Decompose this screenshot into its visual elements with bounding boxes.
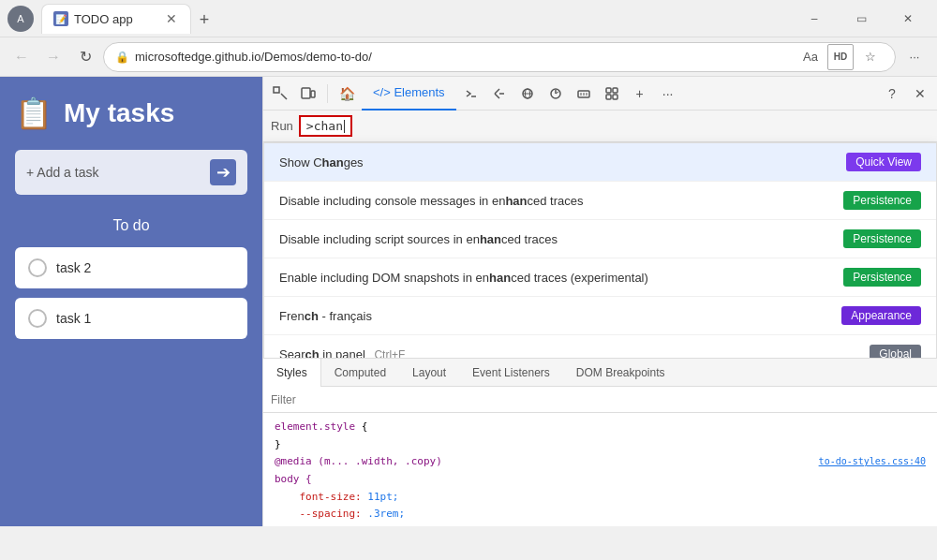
device-emulation-button[interactable] xyxy=(295,81,321,107)
new-tab-button[interactable]: + xyxy=(191,7,217,34)
svg-line-6 xyxy=(495,94,499,98)
todo-item-task1[interactable]: task 1 xyxy=(15,298,247,339)
devtools-toolbar: 🏠 </> Elements + ··· ? xyxy=(263,77,937,111)
browser-tab[interactable]: 📝 TODO app ✕ xyxy=(41,4,191,34)
favorite-icon[interactable]: ☆ xyxy=(857,44,884,70)
close-button[interactable]: ✕ xyxy=(886,4,930,34)
command-item-4[interactable]: French - françaisAppearance xyxy=(264,297,936,335)
todo-checkbox-task2[interactable] xyxy=(28,258,47,277)
browser-actions: ··· xyxy=(900,42,930,72)
search-input-text: >chan xyxy=(306,119,343,133)
run-label: Run xyxy=(271,119,293,133)
styles-closing-brace: } xyxy=(275,436,926,454)
address-bar: ← → ↻ 🔒 microsoftedge.github.io/Demos/de… xyxy=(0,37,937,77)
svg-line-5 xyxy=(495,89,499,94)
app-button[interactable] xyxy=(599,81,625,107)
command-badge-1: Persistence xyxy=(843,191,921,210)
svg-rect-2 xyxy=(302,88,310,98)
styles-content: element.style { } @media (m... .width, .… xyxy=(263,413,937,526)
devtools-panel: 🏠 </> Elements + ··· ? xyxy=(262,77,937,526)
command-badge-4: Appearance xyxy=(841,306,921,325)
devtools-search-bar: Run >chan xyxy=(263,111,937,142)
toolbar-separator-1 xyxy=(327,84,328,103)
main-area: 📋 My tasks + Add a task ➔ To do task 2 t… xyxy=(0,77,937,526)
svg-rect-0 xyxy=(274,87,279,93)
performance-button[interactable] xyxy=(543,81,569,107)
network-button[interactable] xyxy=(514,81,541,107)
todo-item-task2[interactable]: task 2 xyxy=(15,247,247,288)
inspect-element-button[interactable] xyxy=(267,81,293,107)
address-text: microsoftedge.github.io/Demos/demo-to-do… xyxy=(135,50,792,64)
add-panel-button[interactable]: + xyxy=(627,81,653,107)
minimize-button[interactable]: – xyxy=(793,4,836,34)
todo-app-panel: 📋 My tasks + Add a task ➔ To do task 2 t… xyxy=(0,77,262,526)
todo-item-label-task2: task 2 xyxy=(56,260,91,275)
console-button[interactable] xyxy=(458,81,484,107)
command-item-3[interactable]: Enable including DOM snapshots in enhanc… xyxy=(264,258,936,297)
tab-favicon: 📝 xyxy=(53,11,68,26)
memory-button[interactable] xyxy=(571,81,597,107)
todo-item-label-task1: task 1 xyxy=(56,311,91,326)
forward-button: → xyxy=(39,43,67,71)
styles-panel: Styles Computed Layout Event Listeners D… xyxy=(263,358,937,526)
add-task-text: + Add a task xyxy=(26,165,202,180)
svg-rect-17 xyxy=(613,88,617,93)
maximize-button[interactable]: ▭ xyxy=(840,4,883,34)
svg-rect-3 xyxy=(311,91,315,97)
svg-line-1 xyxy=(281,94,287,99)
address-input[interactable]: 🔒 microsoftedge.github.io/Demos/demo-to-… xyxy=(103,42,896,72)
back-button[interactable]: ← xyxy=(7,43,36,71)
profile-button[interactable]: A xyxy=(7,6,34,32)
styles-media-rule: @media (m... .width, .copy) to-do-styles… xyxy=(275,453,926,471)
search-cursor xyxy=(344,120,345,133)
styles-tab[interactable]: Styles xyxy=(263,359,321,387)
more-tools-button[interactable]: ··· xyxy=(655,81,681,107)
styles-font-size-prop: font-size: 11pt; xyxy=(275,489,926,507)
address-bar-icons: Aa HD ☆ xyxy=(797,44,884,70)
hd-icon[interactable]: HD xyxy=(827,44,854,70)
dom-breakpoints-tab[interactable]: DOM Breakpoints xyxy=(563,359,678,387)
add-task-button[interactable]: ➔ xyxy=(210,159,236,185)
command-dropdown: Show ChangesQuick ViewDisable including … xyxy=(263,142,937,358)
styles-filter-bar xyxy=(263,387,937,413)
todo-header: 📋 My tasks xyxy=(15,96,247,131)
event-listeners-tab[interactable]: Event Listeners xyxy=(459,359,563,387)
refresh-button[interactable]: ↻ xyxy=(71,43,99,71)
reader-mode-icon[interactable]: Aa xyxy=(797,44,824,70)
command-item-1[interactable]: Disable including console messages in en… xyxy=(264,182,936,220)
devtools-code-area: <!DOCTYPE html> <html l... ▶ <head> ... … xyxy=(263,111,937,358)
more-button[interactable]: ··· xyxy=(900,42,930,72)
devtools-close-button[interactable]: ✕ xyxy=(907,81,933,107)
styles-spacing-prop: --spacing: .3rem; xyxy=(275,506,926,523)
sources-icon-button[interactable] xyxy=(486,81,513,107)
styles-body-rule: body { xyxy=(275,471,926,489)
command-item-0[interactable]: Show ChangesQuick View xyxy=(264,143,936,182)
todo-section-label: To do xyxy=(15,217,247,234)
layout-tab[interactable]: Layout xyxy=(399,359,459,387)
command-item-5[interactable]: Search in panel Ctrl+FGlobal xyxy=(264,335,936,358)
elements-tab[interactable]: </> Elements xyxy=(362,77,456,111)
styles-filter-input[interactable] xyxy=(271,393,930,406)
window-controls: – ▭ ✕ xyxy=(793,4,930,34)
title-bar: A 📝 TODO app ✕ + – ▭ ✕ xyxy=(0,0,937,37)
todo-title: My tasks xyxy=(64,98,174,128)
devtools-actions: ? ✕ xyxy=(879,81,933,107)
add-task-bar[interactable]: + Add a task ➔ xyxy=(15,150,247,195)
devtools-help-button[interactable]: ? xyxy=(879,81,905,107)
command-badge-5: Global xyxy=(870,345,921,358)
command-badge-0: Quick View xyxy=(846,153,921,171)
command-badge-3: Persistence xyxy=(843,268,921,287)
tab-title: TODO app xyxy=(74,12,158,26)
command-item-2[interactable]: Disable including script sources in enha… xyxy=(264,220,936,258)
styles-link-1[interactable]: to-do-styles.css:40 xyxy=(819,453,926,469)
home-icon-button[interactable]: 🏠 xyxy=(334,81,360,107)
security-icon: 🔒 xyxy=(115,51,129,64)
styles-tab-bar: Styles Computed Layout Event Listeners D… xyxy=(263,359,937,387)
todo-checkbox-task1[interactable] xyxy=(28,309,47,328)
svg-rect-19 xyxy=(613,95,617,99)
command-badge-2: Persistence xyxy=(843,229,921,248)
command-search-input[interactable]: >chan xyxy=(299,115,352,137)
todo-icon: 📋 xyxy=(15,96,52,131)
tab-close-button[interactable]: ✕ xyxy=(164,11,179,26)
computed-tab[interactable]: Computed xyxy=(321,359,399,387)
